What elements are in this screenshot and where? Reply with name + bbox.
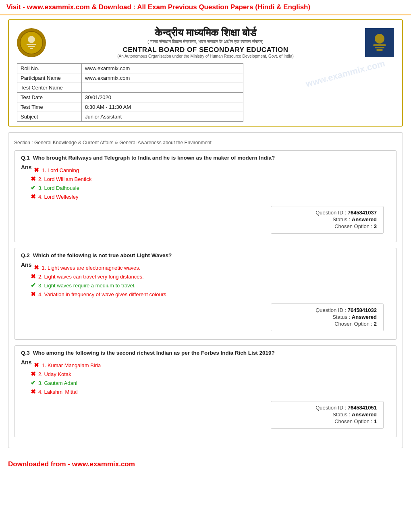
question-number: Q.1: [21, 155, 30, 161]
svg-rect-2: [27, 44, 36, 45]
header-title-eng: CENTRAL BOARD OF SECONDARY EDUCATION: [54, 46, 357, 54]
right-emblem: [365, 28, 394, 57]
top-banner: Visit - www.exammix.com & Download : All…: [0, 0, 411, 15]
ans-label: Ans: [21, 262, 31, 268]
option-text: 1. Kumar Mangalam Birla: [42, 362, 101, 368]
question-header: Q.1Who brought Railways and Telegraph to…: [15, 151, 396, 162]
cross-icon: ✖: [31, 370, 36, 378]
svg-rect-3: [28, 46, 35, 47]
cross-icon: ✖: [34, 264, 39, 271]
qid-line: Question ID : 7645841037: [278, 210, 377, 216]
options-list: ✖1. Kumar Mangalam Birla✖2. Uday Kotak✔3…: [31, 361, 390, 396]
option-text: 2. Uday Kotak: [38, 371, 71, 377]
question-card-3: Q.3Who among the following is the second…: [14, 345, 397, 437]
chosen-option-line: Chosen Option : 1: [278, 418, 377, 424]
info-value: [82, 83, 243, 93]
info-value: 8:30 AM - 11:30 AM: [82, 102, 243, 112]
question-header: Q.2Which of the following is not true ab…: [15, 248, 396, 260]
ans-label: Ans: [21, 164, 31, 170]
svg-point-1: [28, 36, 35, 43]
info-value: Junior Assistant: [82, 112, 243, 122]
option-text: 1. Light waves are electromagnetic waves…: [42, 265, 140, 271]
option-text: 3. Gautam Adani: [38, 380, 77, 386]
check-icon: ✔: [31, 379, 36, 387]
answer-block: Ans✖1. Lord Canning✖2. Lord William Bent…: [15, 162, 396, 242]
info-label: Subject: [17, 112, 82, 122]
option-item: ✖2. Uday Kotak: [31, 370, 390, 378]
info-label: Participant Name: [17, 73, 82, 83]
option-text: 2. Lord William Bentick: [38, 176, 91, 182]
option-text: 3. Lord Dalhousie: [38, 185, 79, 191]
option-item: ✖1. Lord Canning: [34, 166, 390, 175]
header-top: केन्द्रीय माध्यमिक शिक्षा बोर्ड ( मानव स…: [17, 27, 394, 58]
svg-rect-4: [30, 48, 33, 49]
svg-rect-7: [373, 44, 386, 46]
chosen-option-line: Chosen Option : 2: [278, 321, 377, 327]
option-text: 1. Lord Canning: [42, 167, 79, 173]
option-item: ✖2. Light waves can travel very long dis…: [31, 272, 390, 281]
answer-block: Ans✖1. Light waves are electromagnetic w…: [15, 260, 396, 339]
header-card: केन्द्रीय माध्यमिक शिक्षा बोर्ड ( मानव स…: [8, 19, 403, 127]
option-item: ✔3. Lord Dalhousie: [31, 183, 390, 192]
cross-icon: ✖: [31, 388, 36, 395]
option-text: 4. Lakshmi Mittal: [38, 389, 78, 395]
section-label: Section : General Knowledge & Current Af…: [14, 137, 397, 147]
option-item: ✔3. Gautam Adani: [31, 378, 390, 387]
header-title-eng-sub: (An Autonomous Organisation under the Mi…: [54, 54, 357, 58]
qid-line: Question ID : 7645841051: [278, 405, 377, 411]
info-label: Test Center Name: [17, 83, 82, 93]
questions-container: Q.1Who brought Railways and Telegraph to…: [14, 150, 397, 437]
ans-label: Ans: [21, 359, 31, 366]
option-item: ✔3. Light waves require a medium to trav…: [31, 281, 390, 290]
option-text: 4. Variation in frequency of wave gives …: [38, 291, 168, 297]
footer-text: Downloaded from - www.exammix.com: [8, 460, 135, 468]
option-item: ✖4. Lord Wellesley: [31, 192, 390, 201]
question-id-box: Question ID : 7645841037Status : Answere…: [271, 206, 384, 234]
watermark: www.exammix.com: [305, 58, 386, 89]
option-text: 4. Lord Wellesley: [38, 194, 78, 200]
question-text: Q.1Who brought Railways and Telegraph to…: [21, 155, 390, 161]
option-item: ✖1. Light waves are electromagnetic wave…: [34, 263, 390, 272]
option-item: ✖4. Variation in frequency of wave gives…: [31, 290, 390, 299]
svg-rect-8: [375, 47, 384, 48]
question-text: Q.3Who among the following is the second…: [21, 350, 390, 356]
content-area: Section : General Knowledge & Current Af…: [8, 132, 403, 448]
cross-icon: ✖: [31, 193, 36, 200]
option-item: ✖2. Lord William Bentick: [31, 175, 390, 183]
question-text: Q.2Which of the following is not true ab…: [21, 252, 390, 258]
question-number: Q.3: [21, 350, 30, 356]
info-label: Test Date: [17, 93, 82, 102]
info-value: www.exammix.com: [82, 64, 243, 73]
cross-icon: ✖: [34, 166, 39, 174]
header-title-sub: ( मानव संसाधन विकास मंत्रालय, भारत सरकार…: [54, 39, 357, 44]
cross-icon: ✖: [31, 273, 36, 280]
cross-icon: ✖: [34, 362, 39, 369]
question-body: Which of the following is not true about…: [33, 252, 172, 258]
cross-icon: ✖: [31, 175, 36, 183]
cross-icon: ✖: [31, 291, 36, 298]
question-card-2: Q.2Which of the following is not true ab…: [14, 248, 397, 340]
check-icon: ✔: [31, 184, 36, 191]
check-icon: ✔: [31, 282, 36, 289]
chosen-option-line: Chosen Option : 3: [278, 223, 377, 229]
options-list: ✖1. Lord Canning✖2. Lord William Bentick…: [31, 166, 390, 201]
question-number: Q.2: [21, 252, 30, 258]
question-id-box: Question ID : 7645841051Status : Answere…: [271, 401, 384, 429]
question-body: Who among the following is the second ri…: [33, 350, 275, 356]
status-line: Status : Answered: [278, 216, 377, 222]
question-body: Who brought Railways and Telegraph to In…: [33, 155, 275, 161]
footer-banner: Downloaded from - www.exammix.com: [0, 456, 411, 472]
info-value: 30/01/2020: [82, 93, 243, 102]
header-title-hindi: केन्द्रीय माध्यमिक शिक्षा बोर्ड: [54, 27, 357, 39]
answer-block: Ans✖1. Kumar Mangalam Birla✖2. Uday Kota…: [15, 357, 396, 437]
info-table: Roll No.www.exammix.comParticipant Namew…: [17, 63, 243, 122]
option-text: 3. Light waves require a medium to trave…: [38, 283, 135, 289]
svg-rect-9: [376, 49, 383, 51]
option-item: ✖4. Lakshmi Mittal: [31, 387, 390, 396]
top-banner-text: Visit - www.exammix.com & Download : All…: [6, 3, 310, 11]
question-header: Q.3Who among the following is the second…: [15, 346, 396, 357]
question-id-box: Question ID : 7645841032Status : Answere…: [271, 303, 384, 331]
question-card-1: Q.1Who brought Railways and Telegraph to…: [14, 150, 397, 242]
option-text: 2. Light waves can travel very long dist…: [38, 274, 144, 280]
svg-point-6: [375, 34, 384, 44]
